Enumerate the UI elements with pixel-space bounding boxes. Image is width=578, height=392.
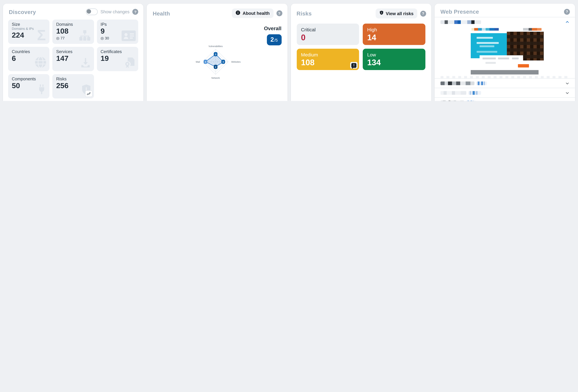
redacted-site-name [440, 91, 466, 95]
note-bubble-icon[interactable]: ! [350, 62, 358, 69]
tile-value: 147 [56, 54, 90, 62]
discovery-panel: Discovery Show changes ? Size Domains & … [3, 4, 144, 101]
web-presence-row[interactable] [434, 97, 575, 101]
dashboard: Discovery Show changes ? Size Domains & … [0, 0, 578, 101]
help-icon[interactable]: ? [276, 10, 282, 16]
radar-value-websites: 3 [223, 61, 224, 63]
redacted-site-name [440, 100, 464, 101]
about-health-button[interactable]: About health [232, 8, 273, 18]
health-body: Vulnerabilities Websites Network Mail 3 … [147, 20, 287, 101]
redacted-site-name [468, 91, 481, 95]
risks-panel: Risks View all risks ? Critical 0 High 1… [291, 4, 431, 101]
risk-card-low[interactable]: Low 134 [363, 49, 425, 70]
health-header: Health About health ? [147, 4, 287, 20]
web-presence-header: Web Presence ? [434, 4, 575, 17]
radar-value-mail: 4 [205, 61, 206, 63]
panel-title: Web Presence [440, 8, 479, 15]
chevron-down-icon[interactable] [565, 81, 569, 85]
shield-alert-icon [379, 10, 384, 16]
tile-label: Countries [12, 49, 46, 54]
help-icon[interactable]: ? [420, 10, 426, 16]
risk-card-critical[interactable]: Critical 0 [296, 24, 359, 45]
redacted-strip [440, 76, 569, 78]
tile-size[interactable]: Size Domains & IPs 224 Σ [8, 20, 49, 44]
tile-label: Risks [56, 77, 90, 81]
info-icon [236, 10, 240, 16]
redacted-site-name [440, 81, 474, 85]
tile-value: 6 [12, 54, 46, 62]
tile-label: IPs [100, 22, 135, 26]
tile-value: 108 [56, 27, 90, 35]
radar-axis-websites: Websites [231, 61, 241, 63]
show-changes-label: Show changes [100, 9, 130, 14]
health-panel: Health About health ? Vulnerabilities [147, 4, 287, 101]
risk-card-medium[interactable]: Medium 108 ! [296, 49, 359, 70]
tile-label: Certificates [100, 49, 135, 54]
tile-ips[interactable]: IPs 9 ◎30 [97, 20, 138, 44]
overall-score: Overall 2/5 [264, 20, 281, 101]
health-radar-chart: Vulnerabilities Websites Network Mail 3 … [167, 20, 264, 101]
chevron-up-icon[interactable] [565, 20, 569, 24]
risk-card-high[interactable]: High 14 [363, 24, 425, 45]
tile-value: 256 [56, 82, 90, 89]
thumbnail-button [518, 64, 529, 67]
tile-value: 9 [100, 27, 135, 35]
tile-label: Size [12, 22, 46, 26]
risk-cards: Critical 0 High 14 Medium 108 ! Low 134 [291, 21, 431, 70]
radar-value-network: 2 [215, 66, 216, 68]
view-all-risks-button[interactable]: View all risks [376, 8, 417, 18]
redacted-site-name [477, 81, 487, 85]
help-icon[interactable]: ? [564, 9, 570, 15]
chevron-down-icon[interactable] [565, 100, 569, 101]
discovery-header: Discovery Show changes ? [3, 4, 144, 17]
radar-value-vulnerabilities: 3 [215, 53, 216, 56]
tile-label: Domains [56, 22, 90, 26]
trend-chart-icon[interactable] [85, 90, 93, 97]
tile-target: ◎30 [100, 36, 135, 40]
panel-title: Health [153, 10, 170, 16]
tile-domains[interactable]: Domains 108 ◎77 [52, 20, 94, 44]
radar-axis-mail: Mail [196, 61, 200, 63]
tile-certificates[interactable]: Certificates 19 [97, 47, 138, 71]
tile-countries[interactable]: Countries 6 [8, 47, 49, 71]
show-changes-toggle[interactable] [86, 8, 97, 15]
tile-sublabel: Domains & IPs [12, 27, 46, 31]
discovery-tiles: Size Domains & IPs 224 Σ Domains 108 ◎77… [3, 17, 144, 98]
radar-axis-network: Network [211, 77, 220, 79]
panel-title: Risks [296, 10, 312, 16]
web-presence-row[interactable] [434, 88, 575, 97]
tile-target: ◎77 [56, 36, 90, 40]
chevron-down-icon[interactable] [565, 91, 569, 95]
web-presence-row[interactable] [434, 78, 575, 88]
web-presence-row-expanded[interactable] [434, 17, 575, 27]
tile-components[interactable]: Components 50 [8, 74, 49, 98]
tile-label: Components [12, 77, 46, 81]
tile-value: 224 [12, 31, 46, 39]
panel-grid: Discovery Show changes ? Size Domains & … [0, 0, 578, 101]
risks-header: Risks View all risks ? [291, 4, 431, 21]
tile-label: Services [56, 49, 90, 54]
panel-title: Discovery [9, 9, 36, 15]
website-thumbnail[interactable] [461, 27, 548, 74]
target-icon: ◎ [100, 36, 104, 40]
help-icon[interactable]: ? [133, 9, 138, 15]
tile-risks[interactable]: Risks 256 [52, 74, 94, 98]
redacted-site-name [466, 100, 476, 101]
overall-label: Overall [264, 25, 281, 31]
tile-value: 50 [12, 82, 46, 89]
radar-axis-vulnerabilities: Vulnerabilities [208, 45, 223, 48]
tile-value: 19 [100, 54, 135, 62]
web-presence-panel: Web Presence ? [434, 4, 575, 101]
redacted-site-name [440, 20, 481, 24]
target-icon: ◎ [56, 36, 59, 40]
overall-score-badge: 2/5 [267, 34, 282, 46]
tile-services[interactable]: Services 147 [52, 47, 94, 71]
